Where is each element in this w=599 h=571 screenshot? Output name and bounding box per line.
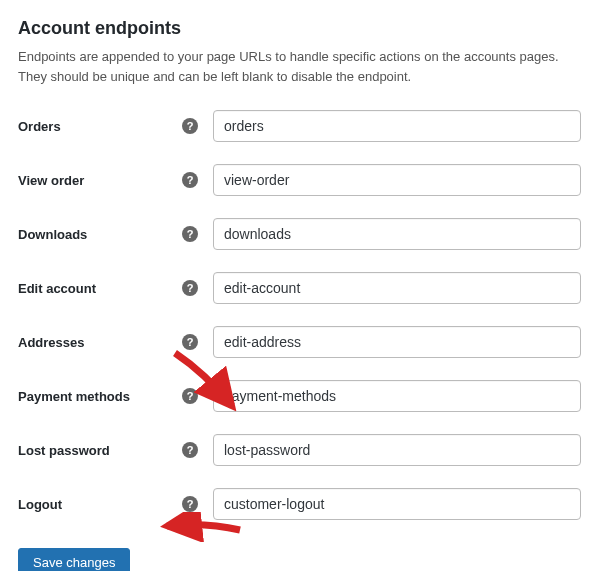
help-icon[interactable]: ? — [182, 172, 198, 188]
label-addresses: Addresses — [18, 335, 84, 350]
input-downloads[interactable] — [213, 218, 581, 250]
row-view-order: View order ? — [18, 164, 581, 196]
input-orders[interactable] — [213, 110, 581, 142]
label-view-order: View order — [18, 173, 84, 188]
row-orders: Orders ? — [18, 110, 581, 142]
save-button[interactable]: Save changes — [18, 548, 130, 571]
row-edit-account: Edit account ? — [18, 272, 581, 304]
help-icon[interactable]: ? — [182, 334, 198, 350]
input-payment-methods[interactable] — [213, 380, 581, 412]
input-view-order[interactable] — [213, 164, 581, 196]
row-addresses: Addresses ? — [18, 326, 581, 358]
label-edit-account: Edit account — [18, 281, 96, 296]
label-payment-methods: Payment methods — [18, 389, 130, 404]
label-downloads: Downloads — [18, 227, 87, 242]
row-logout: Logout ? — [18, 488, 581, 520]
input-lost-password[interactable] — [213, 434, 581, 466]
help-icon[interactable]: ? — [182, 496, 198, 512]
input-edit-account[interactable] — [213, 272, 581, 304]
help-icon[interactable]: ? — [182, 388, 198, 404]
row-lost-password: Lost password ? — [18, 434, 581, 466]
row-payment-methods: Payment methods ? — [18, 380, 581, 412]
input-logout[interactable] — [213, 488, 581, 520]
section-title: Account endpoints — [18, 18, 581, 39]
help-icon[interactable]: ? — [182, 118, 198, 134]
row-downloads: Downloads ? — [18, 218, 581, 250]
help-icon[interactable]: ? — [182, 442, 198, 458]
section-description: Endpoints are appended to your page URLs… — [18, 47, 578, 86]
label-lost-password: Lost password — [18, 443, 110, 458]
help-icon[interactable]: ? — [182, 280, 198, 296]
label-orders: Orders — [18, 119, 61, 134]
input-addresses[interactable] — [213, 326, 581, 358]
help-icon[interactable]: ? — [182, 226, 198, 242]
label-logout: Logout — [18, 497, 62, 512]
